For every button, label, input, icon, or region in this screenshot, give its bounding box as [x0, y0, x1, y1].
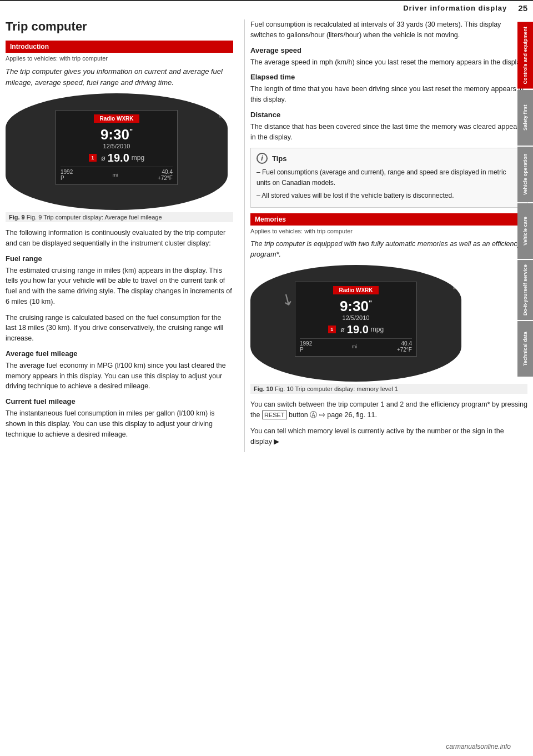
fig1-dial-symbol: ø [101, 154, 105, 162]
page-header-title: Driver information display [403, 4, 507, 12]
memories-body1: You can switch between the trip computer… [250, 399, 527, 420]
fuel-range-title: Fuel range [6, 254, 233, 263]
fig2-bottom-left: 1992 P [300, 341, 312, 353]
intro-applies-to: Applies to vehicles: with trip computer [6, 55, 233, 62]
fig1-mpg-unit: mpg [132, 154, 144, 162]
tips-title: Tips [272, 154, 287, 163]
page-number: 25 [518, 3, 527, 13]
memories-body2: You can tell which memory level is curre… [250, 426, 527, 447]
avg-speed-title: Average speed [250, 46, 527, 54]
fig2-time: 9:30" [300, 298, 412, 314]
fig1-bbr-code: B8R-0508 [218, 98, 223, 118]
fig2-date: 12/5/2010 [300, 314, 412, 321]
fig2-mpg-value: 19.0 [347, 323, 369, 336]
left-column: Trip computer Introduction Applies to ve… [6, 19, 244, 452]
fig2-radio-label: Radio WXRK [333, 286, 378, 294]
fig1-bottom-row: 1992 P mi 40.4 +72°F [61, 167, 173, 181]
fig1-caption-bold: Fig. 9 [9, 214, 25, 221]
tips-item-1: Fuel consumptions (average and current),… [257, 167, 521, 188]
fig1-mpg-value: 19.0 [108, 152, 129, 164]
memories-italic: The trip computer is equipped with two f… [250, 239, 527, 260]
fig2-bottom-row: 1992 P mi 40.4 +72°F [300, 338, 412, 353]
sidebar-tab-safety[interactable]: Safety first [517, 90, 533, 146]
cluster-display-fig1: B8R-0508 Radio WXRK 9:30" 12/5/2010 1 ø … [6, 93, 228, 210]
reset-button-label: RESET [262, 410, 287, 419]
fig1-badge: 1 [89, 154, 97, 162]
distance-title: Distance [250, 111, 527, 119]
intro-section-header: Introduction [6, 41, 233, 53]
tips-item-2: All stored values will be lost if the ve… [257, 191, 521, 201]
page-header: Driver information display 25 [0, 0, 533, 15]
body-text-1: The following information is continuousl… [6, 228, 233, 249]
fig2-caption: Fig. 10 Fig. 10 Trip computer display: m… [250, 384, 527, 394]
fig1-bottom-left: 1992 P [61, 169, 73, 181]
sidebar-tab-controls[interactable]: Controls and equip­ment [517, 22, 533, 89]
fig1-bottom-right: 40.4 +72°F [158, 169, 173, 181]
cluster-display-fig2: B8R-0509 ↘ Radio WXRK 9:30" 12/5/2010 1 … [250, 265, 461, 382]
footer-watermark: carmanualsonline.info [446, 743, 511, 750]
tips-list: Fuel consumptions (average and current),… [257, 167, 521, 201]
fig2-caption-bold: Fig. 10 [254, 385, 273, 392]
current-fuel-title: Current fuel mileage [6, 397, 233, 405]
memories-applies-to: Applies to vehicles: with trip computer [250, 228, 527, 234]
sidebar-tab-diy[interactable]: Do-it-yourself service [517, 260, 533, 320]
avg-fuel-title: Average fuel mileage [6, 349, 233, 358]
sidebar-tab-tech[interactable]: Technical data [517, 321, 533, 377]
avg-fuel-body: The average fuel economy in MPG (l/100 k… [6, 361, 233, 392]
fuel-consumption-body: Fuel consumption is recalculated at inte… [250, 19, 527, 41]
fuel-range-body1: The estimated cruising range in miles (k… [6, 266, 233, 307]
fuel-range-body2: The cruising range is calculated based o… [6, 313, 233, 344]
cluster-inner-fig2: Radio WXRK 9:30" 12/5/2010 1 ø 19.0 mpg … [295, 282, 417, 357]
fig2-bbr-code: B8R-0509 [452, 269, 457, 289]
fig2-badge: 1 [328, 326, 336, 333]
current-fuel-body: The instantaneous fuel consumption in mi… [6, 408, 233, 439]
elapsed-time-title: Elapsed time [250, 73, 527, 81]
intro-italic-text: The trip computer gives you information … [6, 66, 233, 88]
fig1-date: 12/5/2010 [61, 143, 173, 149]
fig2-mpg-row: 1 ø 19.0 mpg [300, 323, 412, 336]
sidebar-tab-vehicle-care[interactable]: Vehicle care [517, 203, 533, 259]
avg-speed-body: The average speed in mph (km/h) since yo… [250, 57, 527, 68]
fig1-caption: Fig. 9 Fig. 9 Trip computer display: Ave… [6, 212, 233, 222]
fig1-radio-label: Radio WXRK [94, 114, 139, 123]
tips-header: i Tips [257, 153, 521, 164]
tips-box: i Tips Fuel consumptions (average and cu… [250, 148, 527, 208]
fig2-mpg-unit: mpg [371, 326, 384, 333]
fig1-mi-label: mi [113, 172, 118, 178]
fig2-mi-label: mi [352, 344, 358, 349]
cluster-inner-fig1: Radio WXRK 9:30" 12/5/2010 1 ø 19.0 mpg … [56, 110, 178, 185]
sidebar-tab-vehicle-op[interactable]: Vehicle operation [517, 147, 533, 202]
distance-body: The distance that has been covered since… [250, 122, 527, 143]
tips-icon: i [257, 153, 268, 164]
memories-section-header: Memories [250, 213, 527, 226]
fig1-time: 9:30" [61, 127, 173, 143]
right-column: Fuel consumption is recalculated at inte… [244, 19, 527, 452]
page-title: Trip computer [6, 19, 233, 34]
sidebar-tabs: Controls and equip­ment Safety first Veh… [517, 22, 533, 377]
elapsed-time-body: The length of time that you have been dr… [250, 84, 527, 105]
main-content: Trip computer Introduction Applies to ve… [0, 19, 533, 452]
fig2-bottom-right: 40.4 +72°F [397, 341, 412, 353]
fig2-dial-symbol: ø [340, 326, 345, 334]
fig1-mpg-row: 1 ø 19.0 mpg [61, 152, 173, 164]
